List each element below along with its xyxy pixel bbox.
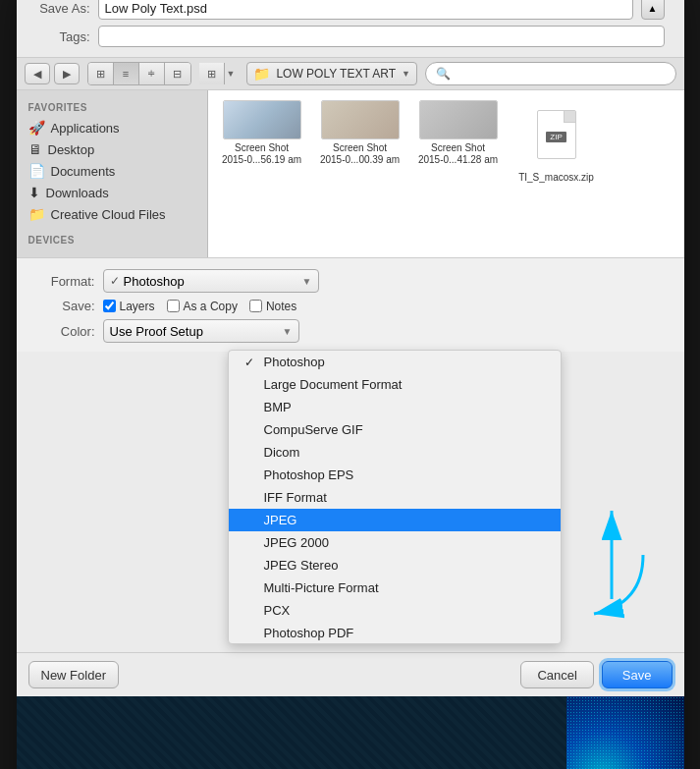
action-bar: New Folder Cancel Save (17, 652, 684, 696)
bottom-image-strip (17, 696, 684, 769)
sidebar-item-label: Documents (51, 164, 116, 179)
file-name: Screen Shot2015-0...00.39 am (320, 142, 400, 166)
color-label: Color: (36, 324, 95, 339)
background-pattern (17, 696, 566, 769)
dropdown-item-large-doc[interactable]: Large Document Format (229, 373, 561, 396)
sidebar-item-label: Creative Cloud Files (51, 207, 166, 222)
preview-image (566, 696, 684, 769)
save-as-input[interactable] (98, 0, 633, 20)
layers-checkbox[interactable]: Layers (103, 300, 155, 313)
view-column-button[interactable]: ⫩ (139, 63, 165, 84)
sidebar-item-label: Desktop (48, 142, 95, 157)
cancel-button[interactable]: Cancel (520, 661, 593, 688)
save-label: Save: (36, 299, 95, 313)
dropdown-item-iff[interactable]: IFF Format (229, 486, 561, 509)
main-area: FAVORITES 🚀 Applications 🖥 Desktop 📄 Doc… (17, 90, 684, 257)
desktop-icon: 🖥 (28, 141, 42, 157)
save-as-label: Save As: (36, 1, 90, 16)
new-folder-button[interactable]: New Folder (28, 661, 119, 688)
notes-checkbox[interactable]: Notes (249, 300, 296, 313)
dropdown-item-bmp[interactable]: BMP (229, 396, 561, 418)
location-label: LOW POLY TEXT ART (276, 67, 396, 81)
sidebar-item-creative-cloud[interactable]: 📁 Creative Cloud Files (17, 203, 207, 225)
dropdown-item-pcx[interactable]: PCX (229, 599, 561, 622)
view-icon-button[interactable]: ⊞ (88, 63, 114, 84)
dropdown-item-jpeg2000[interactable]: JPEG 2000 (229, 531, 561, 554)
folder-icon: 📁 (253, 66, 270, 82)
view-buttons: ⊞ ≡ ⫩ ⊟ (87, 62, 191, 85)
format-row: Format: ✓ Photoshop ▼ (17, 266, 684, 296)
downloads-icon: ⬇ (28, 185, 40, 200)
file-name: Screen Shot2015-0...56.19 am (222, 142, 301, 166)
arrange-button[interactable]: ⊞ (199, 63, 225, 84)
sidebar-item-label: Downloads (46, 186, 109, 200)
chevron-down-icon: ▼ (402, 69, 410, 79)
location-dropdown[interactable]: 📁 LOW POLY TEXT ART ▼ (246, 62, 417, 85)
format-section: Format: ✓ Photoshop ▼ Save: Layers As a … (17, 257, 684, 352)
sidebar-item-applications[interactable]: 🚀 Applications (17, 117, 207, 138)
dropdown-item-multi-picture[interactable]: Multi-Picture Format (229, 577, 561, 599)
dropdown-item-jpeg[interactable]: JPEG (229, 509, 561, 531)
dropdown-item-eps[interactable]: Photoshop EPS (229, 464, 561, 486)
sidebar-item-downloads[interactable]: ⬇ Downloads (17, 182, 207, 203)
save-button[interactable]: Save (602, 661, 673, 688)
tags-label: Tags: (36, 29, 90, 44)
format-label: Format: (36, 274, 95, 289)
applications-icon: 🚀 (28, 120, 45, 136)
sidebar-item-desktop[interactable]: 🖥 Desktop (17, 138, 207, 160)
back-button[interactable]: ◀ (25, 63, 50, 84)
file-item[interactable]: ZIP TI_S_macosx.zip (512, 100, 601, 184)
documents-icon: 📄 (28, 163, 45, 179)
expand-button[interactable]: ▲ (641, 0, 665, 20)
search-input[interactable] (425, 62, 676, 85)
devices-title: DEVICES (17, 231, 207, 249)
tags-input[interactable] (98, 26, 665, 47)
sidebar-item-documents[interactable]: 📄 Documents (17, 160, 207, 182)
as-copy-checkbox[interactable]: As a Copy (167, 300, 238, 313)
view-coverflow-button[interactable]: ⊟ (165, 63, 190, 84)
forward-button[interactable]: ▶ (54, 63, 80, 84)
cloud-icon: 📁 (28, 206, 45, 222)
toolbar: ◀ ▶ ⊞ ≡ ⫩ ⊟ ⊞ ▼ 📁 LOW POLY TEXT ART ▼ (17, 57, 684, 90)
file-item[interactable]: Screen Shot2015-0...00.39 am (316, 100, 404, 184)
pixel-noise (566, 696, 684, 769)
format-dropdown[interactable]: ✓ Photoshop ▼ (103, 269, 319, 293)
save-as-row: Save As: ▲ (17, 0, 684, 26)
file-item[interactable]: Screen Shot2015-0...56.19 am (218, 100, 306, 184)
format-dropdown-menu: Photoshop Large Document Format BMP Comp… (228, 350, 562, 644)
save-checkboxes: Layers As a Copy Notes (103, 300, 297, 313)
file-item[interactable]: Screen Shot2015-0...41.28 am (414, 100, 503, 184)
sidebar: FAVORITES 🚀 Applications 🖥 Desktop 📄 Doc… (17, 90, 208, 257)
dropdown-item-photoshop[interactable]: Photoshop (229, 351, 561, 373)
file-name: TI_S_macosx.zip (518, 172, 594, 184)
dropdown-item-pdf[interactable]: Photoshop PDF (229, 622, 561, 644)
save-options-row: Save: Layers As a Copy Notes (17, 296, 684, 316)
color-row: Color: Use Proof Setup ▼ (17, 316, 684, 346)
tags-row: Tags: (17, 26, 684, 57)
file-area: Screen Shot2015-0...56.19 am Screen Shot… (208, 90, 684, 257)
sidebar-item-label: Applications (51, 121, 120, 136)
save-as-dialog: Save As Save As: ▲ Tags: ◀ ▶ ⊞ ≡ ⫩ ⊟ ⊞ ▼… (17, 0, 684, 769)
favorites-title: FAVORITES (17, 98, 207, 117)
dropdown-item-dicom[interactable]: Dicom (229, 441, 561, 464)
dropdown-item-jpeg-stereo[interactable]: JPEG Stereo (229, 554, 561, 577)
view-list-button[interactable]: ≡ (114, 63, 139, 84)
file-name: Screen Shot2015-0...41.28 am (418, 142, 498, 166)
dropdown-item-gif[interactable]: CompuServe GIF (229, 418, 561, 441)
color-dropdown[interactable]: Use Proof Setup ▼ (103, 319, 299, 343)
